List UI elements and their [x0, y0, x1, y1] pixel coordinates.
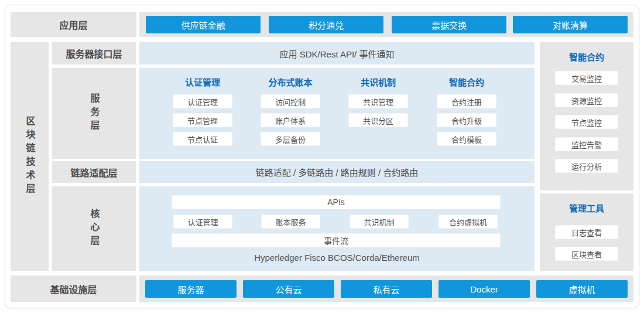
- tool-item-log-view: 日志查看: [555, 225, 618, 239]
- service-item-consensus-management: 共识管理: [348, 94, 408, 108]
- event-stream-bar: 事件流: [172, 233, 501, 247]
- core-module-ledger: 账本服务: [261, 215, 320, 229]
- monitor-item-transaction-monitor: 交易监控: [555, 71, 618, 85]
- blockchain-tech-layer-label: 区块链技术层: [11, 42, 49, 271]
- tool-item-block-view: 区块查看: [555, 247, 618, 261]
- service-item-account-system: 账户体系: [261, 113, 320, 127]
- platforms-text: Hyperledger Fisco BCOS/Corda/Ethereum: [139, 252, 535, 264]
- col-header-auth-management: 认证管理: [173, 77, 232, 89]
- core-layer-panel: APIs 认证管理 账本服务 共识机制 合约虚拟机 事件流 Hyperledge…: [139, 186, 535, 271]
- app-layer-label: 应用层: [11, 12, 136, 37]
- service-item-node-auth: 节点认证: [173, 132, 232, 146]
- col-header-smart-contract: 智能合约: [437, 77, 496, 89]
- sdk-api-bar: 应用 SDK/Rest API/ 事件通知: [139, 42, 535, 64]
- core-module-consensus: 共识机制: [350, 215, 409, 229]
- apis-bar: APIs: [172, 195, 501, 209]
- button-public-cloud: 公有云: [243, 280, 334, 298]
- monitor-item-resource-monitor: 资源监控: [555, 93, 618, 107]
- monitor-item-monitor-alert: 监控告警: [555, 137, 618, 151]
- service-item-contract-register: 合约注册: [437, 94, 496, 108]
- panel-header-smart-contract: 智能合约: [540, 52, 633, 63]
- service-layer-label: 服务层: [52, 68, 136, 159]
- service-item-multilayer-backup: 多层备份: [261, 132, 320, 146]
- core-module-auth: 认证管理: [173, 215, 232, 229]
- monitor-item-operation-analysis: 运行分析: [555, 159, 618, 173]
- panel-header-management-tools: 管理工具: [540, 203, 633, 215]
- link-adapter-bar: 链路适配 / 多链路由 / 路由规则 / 合约路由: [139, 161, 535, 183]
- button-reconciliation-clearing: 对账清算: [513, 16, 628, 33]
- col-header-distributed-ledger: 分布式账本: [261, 77, 320, 89]
- service-item-consensus-partition: 共识分区: [348, 113, 408, 127]
- monitor-item-node-monitor: 节点监控: [555, 115, 618, 129]
- button-docker: Docker: [439, 280, 530, 298]
- button-supply-chain-finance: 供应链金融: [146, 16, 261, 33]
- service-item-auth-management: 认证管理: [173, 94, 232, 108]
- col-header-consensus: 共识机制: [348, 77, 408, 89]
- core-layer-label: 核心层: [52, 186, 136, 271]
- button-private-cloud: 私有云: [341, 280, 432, 298]
- management-tools-panel: 管理工具 日志查看 区块查看: [540, 193, 633, 271]
- server-interface-layer-label: 服务器接口层: [52, 42, 136, 64]
- service-item-contract-upgrade: 合约升级: [437, 113, 496, 127]
- button-points-exchange: 积分通兑: [269, 16, 383, 33]
- link-adapter-layer-label: 链路适配层: [52, 161, 136, 183]
- service-layer-panel: 认证管理 分布式账本 共识机制 智能合约 认证管理 节点管理 节点认证 访问控制…: [139, 68, 535, 159]
- button-bill-exchange: 票据交换: [392, 16, 506, 33]
- infrastructure-layer-label: 基础设施层: [11, 275, 136, 302]
- service-item-node-management: 节点管理: [173, 113, 232, 127]
- architecture-diagram: 应用层 供应链金融 积分通兑 票据交换 对账清算 区块链技术层 服务器接口层 服…: [0, 0, 644, 313]
- button-server: 服务器: [145, 280, 237, 298]
- service-item-access-control: 访问控制: [261, 94, 320, 108]
- service-item-contract-template: 合约模板: [437, 132, 496, 146]
- smart-contract-panel: 智能合约 交易监控 资源监控 节点监控 监控告警 运行分析: [540, 42, 633, 190]
- button-vm: 虚拟机: [536, 280, 628, 298]
- core-module-contract-vm: 合约虚拟机: [439, 215, 498, 229]
